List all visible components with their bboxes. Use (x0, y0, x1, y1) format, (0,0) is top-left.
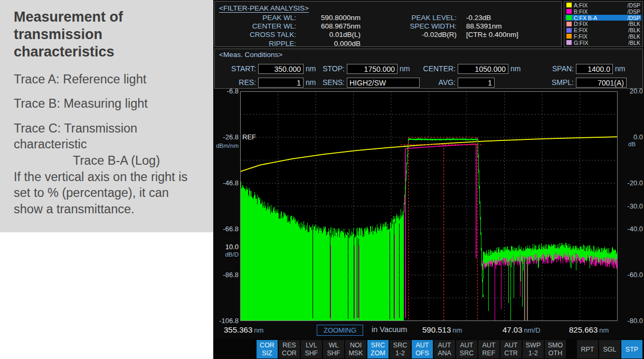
legend-row-a[interactable]: A:FIX/DSP (565, 2, 641, 8)
analysis-cell (361, 40, 457, 48)
trace-color-swatch (566, 15, 572, 20)
sweepkey-rpt[interactable]: RPT (577, 340, 598, 358)
meas-field-span: SPAN:1400.0nm (510, 63, 625, 74)
meas-field-smpl: SMPL:7001(A) (510, 77, 627, 88)
start-input[interactable]: 350.000 (258, 64, 304, 74)
trace-name: C:FX B-A (574, 15, 627, 21)
softkey-line2: 1-2 (390, 349, 411, 357)
trace-name: D:FIX (574, 21, 628, 27)
analysis-cell: CROSS TALK: (219, 31, 296, 39)
trace-display-mode: /DSP (627, 8, 640, 15)
right-axis-tick: -60.0 (621, 271, 643, 279)
legend-row-b[interactable]: B:FIX/DSP (565, 8, 641, 15)
graph-area: -6.8-26.8-46.8-66.8-86.8-106.8 20.00.0-2… (213, 90, 644, 323)
softkey-noi-msk[interactable]: NOIMSK (345, 340, 366, 358)
softkey-cor-siz[interactable]: CORSIZ (257, 340, 278, 358)
softkey-src-1-2[interactable]: SRC1-2 (390, 340, 411, 358)
softkey-aut-ana[interactable]: AUTANA (434, 340, 455, 358)
softkey-smo-oth[interactable]: SMOOTH (545, 340, 566, 358)
analysis-cell: 590.8000nm (296, 14, 361, 22)
softkey-line1: SMO (545, 342, 566, 349)
status-bar: 355.363nm ZOOMING in Vacuum 590.513nm 47… (213, 323, 644, 339)
analysis-cell: SPEC WIDTH: (361, 22, 457, 31)
legend-row-g[interactable]: G:FIX/BLK (565, 40, 641, 46)
softkey-src-zom[interactable]: SRCZOM (367, 340, 389, 358)
softkey-wl-shf[interactable]: WLSHF (323, 340, 344, 358)
legend-row-d[interactable]: D:FIX/BLK (565, 21, 641, 27)
left-axis-tick: -6.8 (227, 87, 239, 95)
stop-wavelength: 825.663nm (569, 325, 609, 334)
right-axis-tick: -30.0 (621, 202, 643, 210)
softkey-line1: SWP (523, 342, 544, 349)
trace-name: B:FIX (574, 8, 627, 15)
analysis-grid: PEAK WL:590.8000nmPEAK LEVEL:-0.23dBCENT… (219, 14, 557, 48)
left-axis-tick: -86.8 (223, 271, 239, 279)
center-wavelength: 590.513nm (422, 325, 462, 334)
center-input[interactable]: 1050.000 (458, 64, 508, 74)
softkey-lvl-shf[interactable]: LVLSHF (301, 340, 322, 358)
meas-field-center: CENTER:1050.000nm (389, 63, 520, 74)
info-title: Measurement of transmission characterist… (14, 8, 198, 61)
level-scale-unit: dB/D (225, 251, 239, 258)
trace-display-mode: /DSP (627, 15, 640, 21)
smpl-input[interactable]: 7001(A) (576, 78, 627, 88)
softkey-aut-ctr[interactable]: AUTCTR (500, 340, 522, 358)
softkey-line1: NOI (345, 342, 366, 349)
analysis-cell: [CTR± 0.400nm] (457, 31, 557, 39)
softkey-line2: SRC (456, 349, 477, 357)
legend-row-f[interactable]: F:FIX/BLK (565, 33, 641, 40)
info-trace-b: Trace B: Measuring light (14, 96, 198, 112)
meas-field-label: AVG: (389, 78, 456, 87)
softkey-line2: SIZ (257, 349, 278, 357)
softkey-line1: AUT (478, 342, 499, 349)
meas-field-label: START: (215, 64, 256, 73)
softkey-line2: 1-2 (523, 349, 544, 357)
softkey-aut-ofs[interactable]: AUTOFS (412, 340, 433, 358)
softkey-aut-src[interactable]: AUTSRC (456, 340, 477, 358)
left-axis-tick: -46.8 (223, 179, 239, 187)
softkey-line1: WL (323, 342, 344, 349)
start-wavelength: 355.363nm (224, 325, 263, 334)
info-trace-c2: Trace B-A (Log) (14, 153, 198, 169)
softkey-line2: SHF (323, 349, 344, 357)
analysis-cell: RIPPLE: (219, 40, 296, 48)
right-axis-tick: -40.0 (621, 225, 643, 233)
analysis-title: <FILTER-PEAK ANALYSIS> (219, 4, 309, 13)
sweepkey-stp[interactable]: STP (621, 340, 642, 358)
meas-field-unit: nm (615, 64, 625, 73)
softkey-line2: REF (478, 349, 499, 357)
span-input[interactable]: 1400.0 (576, 64, 613, 74)
zooming-badge[interactable]: ZOOMING (317, 325, 363, 336)
softkey-line1: LVL (301, 342, 322, 349)
sweepkey-sgl[interactable]: SGL (599, 340, 620, 358)
ref-marker-label: REF (242, 133, 256, 141)
info-trace-c: Trace C: Transmission characteristic (14, 120, 198, 153)
trace-color-swatch (566, 3, 572, 7)
analysis-cell: 608.9675nm (296, 22, 361, 31)
softkey-swp-1-2[interactable]: SWP1-2 (523, 340, 544, 358)
trace-color-swatch (566, 40, 572, 45)
softkey-aut-ref[interactable]: AUTREF (478, 340, 499, 358)
right-axis-tick: 0.0 (621, 133, 643, 141)
softkey-res-cor[interactable]: RESCOR (279, 340, 300, 358)
left-axis-unit: dBm/nm (216, 143, 239, 149)
right-axis-unit: dB (628, 141, 636, 147)
softkey-line2: ZOM (367, 349, 389, 357)
trace-color-swatch (566, 22, 572, 26)
info-panel: Measurement of transmission characterist… (0, 0, 213, 232)
info-note: If the vertical axis on the right is set… (14, 169, 198, 218)
avg-input[interactable]: 1 (458, 78, 495, 88)
meas-field-label: CENTER: (389, 64, 456, 73)
legend-row-c[interactable]: C:FX B-A/DSP (565, 15, 641, 21)
info-trace-a: Trace A: Reference light (14, 71, 198, 88)
spectrum-plot[interactable] (240, 91, 618, 321)
softkey-line2: COR (279, 349, 300, 357)
analysis-cell: CENTER WL: (219, 22, 296, 31)
analysis-cell: PEAK WL: (219, 14, 296, 22)
res-input[interactable]: 1 (258, 78, 304, 88)
legend-row-e[interactable]: E:FIX/BLK (565, 27, 641, 33)
softkey-line1: COR (257, 342, 278, 349)
analysis-cell: 88.5391nm (457, 22, 557, 31)
softkey-line2: OFS (412, 349, 433, 357)
meas-row-2: RES:1nmSENS:HIGH2/SWAVG:1SMPL:7001(A) (215, 77, 643, 88)
